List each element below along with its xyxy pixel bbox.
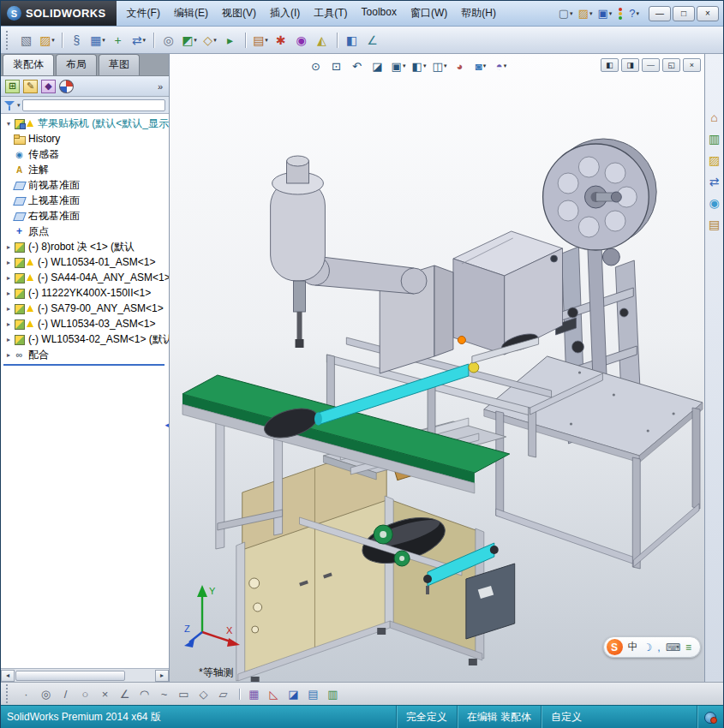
assembly-features-icon[interactable]: ◩▾ <box>179 30 200 51</box>
filter-icon[interactable] <box>4 99 15 111</box>
sogou-logo-icon[interactable]: S <box>607 639 623 655</box>
snap-arc-icon[interactable]: ◠ <box>135 685 153 703</box>
solidworks-resources-icon[interactable]: ⌂ <box>707 110 722 125</box>
tree-item[interactable]: ▸ (-) 11222YK400X-150II<1> <box>1 285 169 301</box>
displaymanager-tab-icon[interactable] <box>59 80 74 93</box>
reference-geometry-icon[interactable]: ◇▾ <box>200 30 220 51</box>
menu-item[interactable]: 编辑(E) <box>167 3 215 24</box>
minimize-button[interactable]: — <box>649 6 671 21</box>
open-icon[interactable]: ▨▾ <box>576 5 595 21</box>
ime-button[interactable]: ≡ <box>685 641 691 653</box>
scroll-left-button[interactable]: ◂ <box>1 670 15 682</box>
snap-center-icon[interactable]: ◎ <box>37 685 55 703</box>
network-globe-icon[interactable] <box>704 712 716 724</box>
tree-item[interactable]: History <box>1 131 169 146</box>
configurationmanager-tab-icon[interactable]: ◆ <box>41 80 56 93</box>
design-library-icon[interactable]: ▥ <box>707 131 722 146</box>
bill-of-materials-icon[interactable]: ▤▾ <box>250 30 271 51</box>
edit-component-icon[interactable]: ▧ <box>16 30 37 51</box>
expand-arrow-icon[interactable]: ▸ <box>4 351 13 359</box>
document-restore-button[interactable]: ◱ <box>662 58 680 72</box>
tree-item[interactable]: ▸ (-) WL10534-02_ASM<1> (默认 <box>1 331 169 347</box>
scroll-thumb[interactable] <box>15 671 125 681</box>
zoom-fit-icon[interactable]: ⊙ <box>307 57 326 75</box>
tree-item[interactable]: ▾ 苹果贴标机 (默认<默认_显示状态-1>) <box>1 116 169 131</box>
tree-item[interactable]: ◉ 传感器 <box>1 146 169 162</box>
model-label-head[interactable] <box>453 231 563 363</box>
assembly-model[interactable] <box>170 54 704 682</box>
close-button[interactable]: × <box>697 6 719 21</box>
filter-input[interactable] <box>22 99 165 111</box>
menu-item[interactable]: 帮助(H) <box>454 3 503 24</box>
ime-button[interactable]: , <box>657 641 660 653</box>
snap-spline-icon[interactable]: ~ <box>155 685 173 703</box>
interference-detection-icon[interactable]: ◉ <box>291 30 312 51</box>
expand-arrow-icon[interactable]: ▸ <box>4 243 13 251</box>
snap-angle-icon[interactable]: ∠ <box>116 685 134 703</box>
grid-display-icon[interactable]: ▤ <box>304 685 322 703</box>
file-explorer-icon[interactable]: ▨ <box>707 152 722 168</box>
hide-show-items-icon[interactable]: ◫▾ <box>430 57 449 75</box>
command-tab[interactable]: 布局 <box>56 54 97 75</box>
expand-arrow-icon[interactable]: ▸ <box>4 320 13 328</box>
menu-item[interactable]: 视图(V) <box>215 3 263 24</box>
appearances-icon[interactable]: ◉ <box>707 195 722 211</box>
edit-appearance-icon[interactable]: ◕ <box>451 57 470 75</box>
insert-components-icon[interactable]: ▨▾ <box>37 30 57 51</box>
ime-button[interactable]: 中 <box>628 640 638 654</box>
expand-arrow-icon[interactable]: ▸ <box>4 305 13 313</box>
menu-item[interactable]: 窗口(W) <box>404 3 454 24</box>
section-tool-icon[interactable]: ◧ <box>342 30 362 51</box>
exploded-view-icon[interactable]: ✱ <box>271 30 291 51</box>
tree-item[interactable]: A 注解 <box>1 162 169 177</box>
snap-toolbar-grip[interactable] <box>6 684 11 703</box>
filter-dropdown-icon[interactable]: ▾ <box>17 102 21 109</box>
graphics-viewport[interactable]: ⊙ ⊡ ↶ ◪ ▣▾ ◧▾ ◫▾ ◕ <box>170 54 704 682</box>
help-icon[interactable]: ?▾ <box>626 5 642 21</box>
snap-point-icon[interactable]: · <box>17 685 35 703</box>
table-display-icon[interactable]: ▥ <box>324 685 342 703</box>
panel-overflow-chevron[interactable]: » <box>158 81 165 92</box>
split-view-button[interactable]: ◧ <box>601 58 619 72</box>
featuremanager-tree-tab-icon[interactable]: ⊞ <box>5 80 20 93</box>
command-tab[interactable]: 装配体 <box>3 54 54 75</box>
tree-item[interactable]: ▸ (-) WL10534-03_ASM<1> <box>1 316 169 331</box>
isometric-view-icon[interactable]: ◪ <box>284 685 302 703</box>
menu-item[interactable]: 工具(T) <box>307 3 354 24</box>
zoom-area-icon[interactable]: ⊡ <box>327 57 346 75</box>
apply-scene-icon[interactable]: ◙▾ <box>471 57 490 75</box>
model-robot-arm[interactable] <box>271 156 453 373</box>
save-icon[interactable]: ▣▾ <box>595 5 614 21</box>
snap-polygon-icon[interactable]: ◇ <box>194 685 212 703</box>
maximize-button[interactable]: □ <box>673 6 695 21</box>
expand-arrow-icon[interactable]: ▸ <box>4 259 13 266</box>
status-custom-button[interactable]: 自定义 <box>541 706 614 728</box>
snap-rectangle-icon[interactable]: ▭ <box>175 685 193 703</box>
tree-item[interactable]: + 原点 <box>1 224 169 239</box>
view-palette-icon[interactable]: ⇄ <box>707 174 722 189</box>
show-hidden-components-icon[interactable]: ◎ <box>159 30 179 51</box>
toolbar-grip[interactable] <box>6 31 11 50</box>
expand-arrow-icon[interactable]: ▸ <box>4 274 13 282</box>
menu-item[interactable]: 插入(I) <box>263 3 307 24</box>
command-tab[interactable]: 草图 <box>99 54 140 75</box>
snap-intersection-icon[interactable]: × <box>96 685 114 703</box>
view-settings-icon[interactable]: ◓▾ <box>492 57 511 75</box>
snap-line-icon[interactable]: / <box>57 685 75 703</box>
section-view-icon[interactable]: ◪ <box>368 57 387 75</box>
new-motion-study-icon[interactable]: ▸ <box>220 30 241 51</box>
document-close-button[interactable]: × <box>683 58 701 72</box>
new-document-icon[interactable]: ▢▾ <box>556 5 576 21</box>
tree-item[interactable]: ▸ ∞ 配合 <box>1 347 169 362</box>
ime-button[interactable]: ⌨ <box>666 641 680 653</box>
panel-flyout-arrow[interactable]: ◂ <box>165 421 169 429</box>
grid-system-icon[interactable]: ▦ <box>245 685 263 703</box>
tree-item[interactable]: ▸ (-) SA44-04A_ANY_ASM<1> <box>1 270 169 285</box>
rx-traffic-icon[interactable] <box>614 6 626 21</box>
linear-component-pattern-icon[interactable]: ▦▾ <box>87 30 108 51</box>
expand-arrow-icon[interactable]: ▾ <box>4 120 13 128</box>
tree-item[interactable]: 上视基准面 <box>1 193 169 208</box>
model-selection-point[interactable] <box>458 337 465 344</box>
tree-item[interactable]: ▸ (-) 8)robot 决 <1> (默认 <box>1 239 169 254</box>
document-minimize-button[interactable]: — <box>642 58 660 72</box>
